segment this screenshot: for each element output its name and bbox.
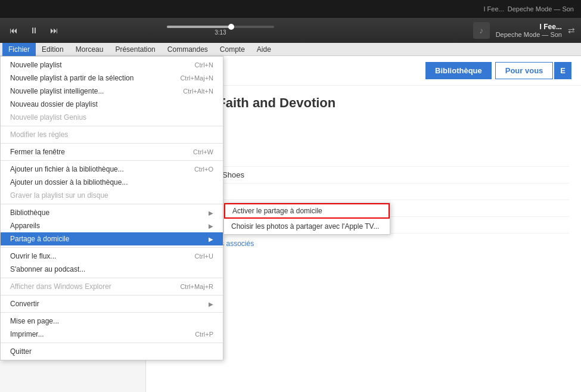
time-display: 3:13 — [215, 29, 226, 36]
track-name-1: I Feel You — [172, 154, 569, 163]
menu-compte[interactable]: Compte — [214, 43, 251, 56]
now-playing-artist: Depeche Mode — Son — [508, 5, 574, 13]
menu-ajouter-fichier[interactable]: Ajouter un fichier à la bibliothèque... … — [1, 163, 223, 176]
menu-imprimer[interactable]: Imprimer... Ctrl+P — [1, 328, 223, 341]
track-name-3: Condemnation — [172, 187, 569, 196]
submenu-choisir-photos[interactable]: Choisir les photos à partager avec l'App… — [224, 219, 390, 234]
progress-fill — [167, 26, 231, 28]
menu-partage-domicile[interactable]: Partage à domicile ▶ — [1, 232, 223, 245]
menu-convertir[interactable]: Convertir ▶ — [1, 297, 223, 310]
menu-fermer-fenetre[interactable]: Fermer la fenêtre Ctrl+W — [1, 145, 223, 158]
menu-modifier-regles: Modifier les règles — [1, 128, 223, 141]
menu-ouvrir-flux[interactable]: Ouvrir le flux... Ctrl+U — [1, 250, 223, 263]
title-bar: I Fee... Depeche Mode — Son — [0, 0, 581, 18]
pause-button[interactable]: ⏸ — [26, 23, 42, 38]
menu-graver-playlist: Graver la playlist sur un disque — [1, 189, 223, 202]
nav-extra-button[interactable]: E — [554, 62, 571, 79]
toolbar-right: ♪ I Fee... Depeche Mode — Son ⇄ — [473, 22, 575, 39]
prev-button[interactable]: ⏮ — [6, 23, 21, 38]
progress-thumb — [228, 24, 234, 30]
now-playing-title: I Fee... — [483, 5, 504, 13]
menu-presentation[interactable]: Présentation — [109, 43, 161, 56]
menu-bar: Fichier Edition Morceau Présentation Com… — [0, 43, 581, 56]
nav-bibliotheque-button[interactable]: Bibliothèque — [425, 62, 492, 79]
menu-commandes[interactable]: Commandes — [161, 43, 214, 56]
menu-section-4: Ajouter un fichier à la bibliothèque... … — [1, 161, 223, 204]
menu-section-2: Modifier les règles — [1, 126, 223, 144]
menu-fichier[interactable]: Fichier — [2, 43, 36, 56]
progress-area: 3:13 — [161, 26, 280, 36]
menu-section-9: Mise en page... Imprimer... Ctrl+P — [1, 313, 223, 343]
menu-section-7: Afficher dans Windows Explorer Ctrl+Maj+… — [1, 278, 223, 295]
now-playing-info: I Fee... Depeche Mode — Son — [496, 23, 562, 38]
next-button[interactable]: ⏭ — [46, 23, 62, 38]
nav-pour-vous-button[interactable]: Pour vous — [495, 62, 554, 79]
artist-info-toolbar: Depeche Mode — Son — [496, 31, 562, 38]
menu-appareils[interactable]: Appareils ▶ — [1, 219, 223, 232]
menu-abonner-podcast[interactable]: S'abonner au podcast... — [1, 263, 223, 276]
menu-section-10: Quitter — [1, 343, 223, 360]
fichier-dropdown: Nouvelle playlist Ctrl+N Nouvelle playli… — [0, 56, 223, 360]
menu-section-8: Convertir ▶ — [1, 295, 223, 313]
track-name-2: Walking in My Shoes — [172, 170, 569, 179]
activer-partage-label: Activer le partage à domicile — [232, 207, 322, 215]
partage-submenu: Activer le partage à domicile Choisir le… — [223, 203, 390, 235]
menu-playlist-intelligente[interactable]: Nouvelle playlist intelligente... Ctrl+A… — [1, 85, 223, 98]
menu-section-6: Ouvrir le flux... Ctrl+U S'abonner au po… — [1, 248, 223, 278]
album-art-small: ♪ — [473, 22, 490, 39]
menu-quitter[interactable]: Quitter — [1, 345, 223, 358]
menu-aide[interactable]: Aide — [251, 43, 277, 56]
menu-section-3: Fermer la fenêtre Ctrl+W — [1, 144, 223, 161]
menu-section-5: Bibliothèque ▶ Appareils ▶ Partage à dom… — [1, 204, 223, 248]
menu-section-1: Nouvelle playlist Ctrl+N Nouvelle playli… — [1, 57, 223, 126]
shuffle-icon[interactable]: ⇄ — [568, 26, 575, 35]
choisir-photos-label: Choisir les photos à partager avec l'App… — [231, 222, 379, 231]
progress-bar[interactable] — [167, 26, 274, 28]
menu-dossier-playlist[interactable]: Nouveau dossier de playlist — [1, 98, 223, 111]
menu-edition[interactable]: Edition — [36, 43, 70, 56]
menu-playlist-genius: Nouvelle playlist Genius — [1, 111, 223, 124]
menu-mise-en-page[interactable]: Mise en page... — [1, 315, 223, 328]
submenu-activer-partage[interactable]: Activer le partage à domicile — [224, 203, 390, 219]
song-title: I Fee... — [496, 23, 562, 31]
toolbar: ⏮ ⏸ ⏭ 3:13 ♪ I Fee... Depeche Mode — Son… — [0, 18, 581, 43]
menu-playlist-selection[interactable]: Nouvelle playlist à partir de la sélecti… — [1, 71, 223, 85]
menu-afficher-explorer: Afficher dans Windows Explorer Ctrl+Maj+… — [1, 280, 223, 293]
menu-nouvelle-playlist[interactable]: Nouvelle playlist Ctrl+N — [1, 58, 223, 71]
menu-morceau[interactable]: Morceau — [70, 43, 110, 56]
menu-bibliotheque[interactable]: Bibliothèque ▶ — [1, 206, 223, 219]
menu-ajouter-dossier[interactable]: Ajouter un dossier à la bibliothèque... — [1, 176, 223, 189]
